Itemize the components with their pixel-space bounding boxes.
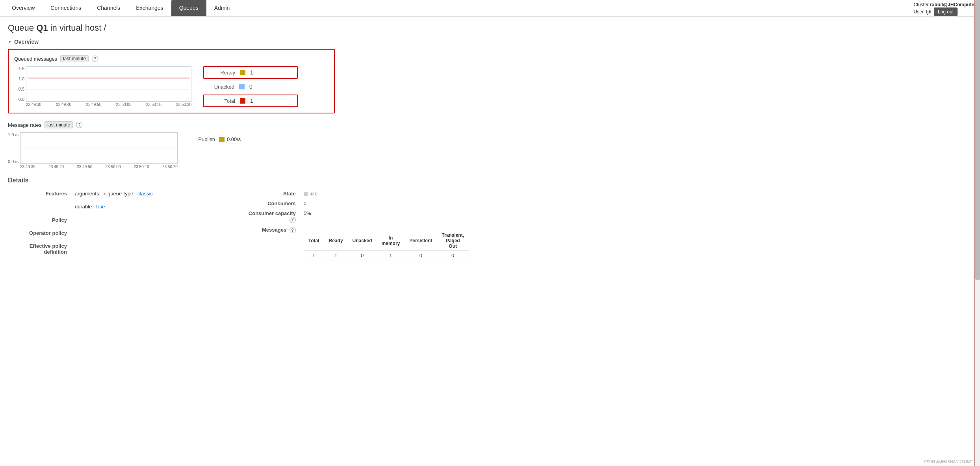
queue-name: Q1: [36, 23, 48, 33]
unacked-color: [239, 84, 245, 89]
consumer-capacity-help[interactable]: ?: [290, 217, 296, 223]
bottom-stats-table: Total Ready Unacked In memory Persistent…: [304, 231, 469, 260]
publish-color: [219, 137, 225, 142]
chart-svg: [26, 66, 191, 102]
ready-stat: Ready 1: [203, 66, 298, 79]
time-badge: last minute: [60, 55, 89, 62]
messages-label: Messages ?: [244, 225, 300, 262]
tab-overview[interactable]: Overview: [4, 0, 43, 16]
state-idle: idle: [304, 191, 469, 197]
th-transient: Transient, Paged Out: [437, 231, 469, 251]
tab-queues[interactable]: Queues: [171, 0, 206, 16]
overview-box: Queued messages last minute ? 1.5 1.0 0.…: [8, 49, 335, 113]
user-label: User: [914, 9, 924, 15]
user-name: ljh: [926, 9, 932, 15]
tab-admin[interactable]: Admin: [206, 0, 238, 16]
ready-value: 1: [250, 69, 253, 76]
red-border-line: [974, 0, 974, 269]
details-right-table: State idle Consumers 0: [244, 189, 473, 262]
consumer-capacity-value: 0%: [300, 208, 473, 225]
val-ready: 1: [324, 251, 348, 260]
consumers-label: Consumers: [244, 199, 300, 208]
queued-messages-chart-wrapper: 1.5 1.0 0.5 0.0: [14, 66, 191, 107]
val-transient: 0: [437, 251, 469, 260]
chart-stats-row: 1.5 1.0 0.5 0.0: [14, 66, 329, 107]
total-value: 1: [250, 98, 253, 104]
state-dot-icon: [304, 192, 308, 196]
details-left-table: Features arguments: x-queue-type: classi…: [8, 189, 228, 262]
operator-policy-value: [71, 228, 228, 241]
overview-section-label: Overview: [14, 39, 39, 45]
rates-header: Message rates last minute ?: [8, 121, 972, 128]
total-label: Total: [210, 98, 235, 104]
rates-y-axis: 1.0 /s 0.0 /s: [8, 132, 20, 164]
policy-row: Policy: [8, 215, 228, 228]
operator-policy-row: Operator policy: [8, 228, 228, 241]
rates-chart: 23:49:30 23:49:40 23:49:50 23:50:00 23:5…: [20, 132, 178, 169]
cluster-label: Cluster: [914, 2, 929, 7]
unacked-stat: Unacked 0: [203, 81, 298, 92]
durable-value: durable: true: [71, 202, 228, 215]
tab-channels[interactable]: Channels: [89, 0, 128, 16]
effective-policy-row: Effective policy definition: [8, 241, 228, 262]
rates-label: Message rates: [8, 122, 41, 128]
stats-box: Ready 1 Unacked 0 Total 1: [203, 66, 298, 107]
state-label: State: [244, 189, 300, 199]
total-stat: Total 1: [203, 95, 298, 107]
val-persistent: 0: [405, 251, 437, 260]
publish-rate: 0.00/s: [227, 136, 241, 142]
ready-color: [240, 70, 245, 75]
consumers-value: 0: [300, 199, 473, 208]
tab-exchanges[interactable]: Exchanges: [128, 0, 171, 16]
queue-type-value: classic: [137, 191, 153, 197]
cluster-info: Cluster rabbit@JHComputer: [914, 2, 976, 7]
queued-messages-help[interactable]: ?: [92, 56, 98, 62]
durable-row: durable: true: [8, 202, 228, 215]
rates-chart-row: 1.0 /s 0.0 /s 23:49:30 23:49:40: [8, 132, 972, 169]
th-persistent: Persistent: [405, 231, 437, 251]
page-title: Queue Q1 in virtual host /: [8, 23, 972, 33]
state-text: idle: [310, 191, 317, 197]
state-row: State idle: [244, 189, 473, 199]
consumer-capacity-label: Consumer capacity ?: [244, 208, 300, 225]
cluster-value: rabbit@JHComputer: [930, 2, 976, 7]
logout-button[interactable]: Log out: [934, 7, 958, 16]
rates-help[interactable]: ?: [76, 122, 82, 128]
th-ready: Ready: [324, 231, 348, 251]
effective-policy-value: [71, 241, 228, 262]
messages-row: Messages ? Total Ready: [244, 225, 473, 262]
ready-label: Ready: [210, 70, 235, 76]
scrollbar[interactable]: [974, 0, 980, 269]
details-content: Features arguments: x-queue-type: classi…: [8, 189, 972, 262]
val-unacked: 0: [348, 251, 377, 260]
bottom-stats: Total Ready Unacked In memory Persistent…: [304, 231, 469, 260]
th-in-memory: In memory: [377, 231, 405, 251]
rates-time-badge: last minute: [45, 121, 73, 128]
th-total: Total: [304, 231, 324, 251]
policy-value: [71, 215, 228, 228]
operator-policy-label: Operator policy: [8, 228, 71, 241]
policy-label: Policy: [8, 215, 71, 228]
effective-policy-label: Effective policy definition: [8, 241, 71, 262]
top-right-info: Cluster rabbit@JHComputer User ljh Log o…: [914, 2, 976, 16]
features-row: Features arguments: x-queue-type: classi…: [8, 189, 228, 202]
queued-messages-header: Queued messages last minute ?: [14, 55, 329, 62]
top-navigation: Overview Connections Channels Exchanges …: [0, 0, 980, 17]
y-axis: 1.5 1.0 0.5 0.0: [14, 66, 26, 102]
features-label: Features: [8, 189, 71, 202]
overview-section-header[interactable]: ▼ Overview: [8, 39, 972, 45]
messages-values: Total Ready Unacked In memory Persistent…: [300, 225, 473, 262]
publish-label: Publish: [189, 136, 215, 142]
queued-messages-chart: 23:49:30 23:49:40 23:49:50 23:50:00 23:5…: [26, 66, 191, 107]
details-title: Details: [8, 177, 972, 184]
unacked-value: 0: [249, 84, 252, 90]
features-value: arguments: x-queue-type: classic: [71, 189, 228, 202]
queued-messages-label: Queued messages: [14, 56, 57, 62]
scrollbar-thumb[interactable]: [975, 0, 980, 269]
tab-connections[interactable]: Connections: [43, 0, 89, 16]
val-total: 1: [304, 251, 324, 260]
rates-section: Message rates last minute ? 1.0 /s 0.0 /…: [8, 121, 972, 169]
messages-help[interactable]: ?: [290, 227, 296, 233]
x-axis-labels: 23:49:30 23:49:40 23:49:50 23:50:00 23:5…: [26, 102, 191, 107]
publish-value: 0.00/s: [219, 136, 241, 142]
